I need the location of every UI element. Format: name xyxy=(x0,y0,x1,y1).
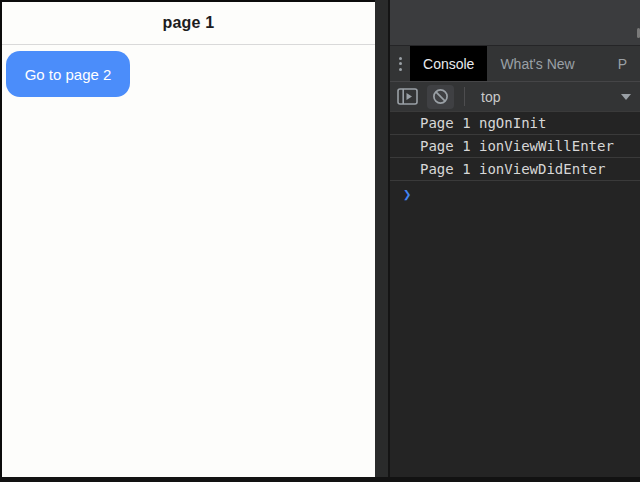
devtools-tab-bar: Console What's New P xyxy=(390,45,640,81)
go-to-page-2-button[interactable]: Go to page 2 xyxy=(6,51,130,97)
window-bottom-edge xyxy=(0,477,640,482)
app-viewport: page 1 Go to page 2 xyxy=(0,0,375,477)
console-sidebar-icon xyxy=(397,88,418,105)
console-toolbar: top xyxy=(390,81,640,111)
tab-whats-new[interactable]: What's New xyxy=(487,46,587,81)
app-header: page 1 xyxy=(2,2,375,45)
console-message: Page 1 ngOnInit xyxy=(390,112,640,135)
tab-partial[interactable]: P xyxy=(588,46,640,81)
kebab-menu-icon xyxy=(399,57,402,60)
console-sidebar-toggle-button[interactable] xyxy=(397,88,418,105)
devtools-region: Console What's New P top xyxy=(375,0,640,477)
kebab-menu-icon xyxy=(399,68,402,71)
console-message: Page 1 ionViewDidEnter xyxy=(390,158,640,181)
tab-console[interactable]: Console xyxy=(410,46,487,81)
console-prompt-icon: ❯ xyxy=(403,186,411,202)
devtools-top-area xyxy=(390,0,640,45)
kebab-menu-icon xyxy=(399,62,402,65)
devtools-panel: Console What's New P top xyxy=(388,0,640,477)
dropdown-arrow-icon[interactable] xyxy=(621,94,631,100)
more-options-button[interactable] xyxy=(390,46,410,81)
console-input[interactable]: ❯ xyxy=(390,181,640,206)
console-log-area: Page 1 ngOnInit Page 1 ionViewWillEnter … xyxy=(390,111,640,206)
clear-console-icon xyxy=(432,88,449,105)
clear-console-button[interactable] xyxy=(427,85,454,109)
toolbar-divider xyxy=(464,87,465,106)
page-title: page 1 xyxy=(163,14,215,32)
console-message: Page 1 ionViewWillEnter xyxy=(390,135,640,158)
javascript-context-selector[interactable]: top xyxy=(481,89,500,105)
